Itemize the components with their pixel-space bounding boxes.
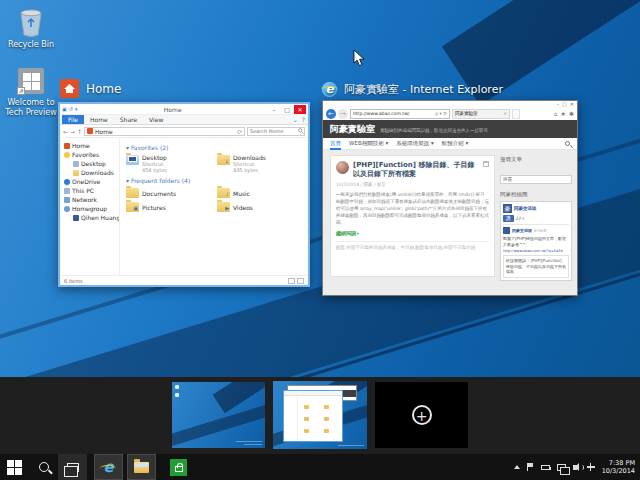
facebook-post-author[interactable]: 阿豪交流區 (512, 228, 532, 233)
recycle-bin-desktop-icon[interactable]: Recycle Bin (2, 8, 60, 50)
nav-home-link[interactable]: 首頁 (330, 138, 341, 150)
article-tags[interactable]: 刪除,移除不完整的目錄及檔案，空目錄,刪除整個目錄,移除不完整目錄 (336, 245, 489, 251)
welcome-desktop-icon[interactable]: ↗ Welcome to Tech Preview (2, 66, 60, 118)
facebook-post: 阿豪交流區 8小時前 剛寫了[PHP]移除目錄的文章，歡迎大家參考^^ http… (503, 224, 569, 278)
close-button[interactable]: ✕ (570, 102, 574, 107)
taskbar-explorer-button[interactable] (127, 454, 156, 480)
favorites-star-icon[interactable]: ★ (561, 110, 566, 117)
article-title[interactable]: [PHP][Function] 移除目錄、子目錄以及目錄下所有檔案 (353, 161, 479, 179)
task-view-button[interactable] (58, 454, 87, 480)
sidebar-search-input[interactable] (500, 175, 572, 184)
tab-close-icon[interactable]: × (503, 111, 507, 116)
minimize-button[interactable]: – (268, 105, 280, 114)
battery-icon[interactable] (541, 465, 550, 470)
ie-window-thumbnail[interactable]: – ▢ ✕ ← → http://www.abao.com.tw/ ρ ▾ ⟳ … (322, 100, 578, 296)
file-tile-desktop[interactable]: DesktopShortcut454 bytes (126, 154, 213, 173)
network-icon[interactable] (557, 464, 566, 471)
folder-tile-pictures[interactable]: ▣ Pictures (126, 201, 213, 212)
browser-tab[interactable]: 阿豪實驗室 × (452, 109, 510, 119)
computer-icon (64, 188, 70, 194)
volume-icon[interactable] (573, 465, 577, 470)
forward-icon[interactable]: → (70, 128, 75, 135)
show-hidden-icons-chevron[interactable] (514, 465, 520, 469)
internet-explorer-icon: e (103, 460, 113, 475)
up-icon[interactable]: ↑ (77, 128, 82, 135)
folder-tile-music[interactable]: ♪ Music (217, 187, 304, 198)
address-bar-row: ← → ↑ Home ⟳ (60, 125, 308, 138)
tab-share[interactable]: Share (114, 115, 143, 124)
maximize-button[interactable]: ▢ (281, 105, 293, 114)
search-box[interactable] (247, 127, 305, 136)
back-icon[interactable]: ← (63, 128, 68, 135)
taskbar-clock[interactable]: 7:38 PM 10/3/2014 (602, 459, 635, 475)
tab-file[interactable]: File (62, 115, 84, 124)
windows-logo-icon (7, 460, 22, 475)
tab-view[interactable]: View (143, 115, 169, 124)
quick-access-toolbar[interactable]: ▣↺▾ (62, 106, 77, 112)
facebook-post-avatar (503, 227, 510, 234)
site-search-icon[interactable] (565, 141, 570, 146)
nav-item-favorites[interactable]: Favorites (64, 150, 119, 159)
ribbon-tabs: File Home Share View ⌄? (60, 115, 308, 125)
shortcut-arrow-icon: ↗ (17, 87, 25, 95)
nav-item-desktop[interactable]: Desktop (64, 159, 119, 168)
address-bar[interactable]: http://www.abao.com.tw/ ρ ▾ ⟳ (350, 109, 450, 119)
maximize-button[interactable]: ▢ (562, 102, 567, 107)
facebook-page-logo: 豪 (503, 204, 512, 213)
facebook-post-quote[interactable]: 科技無限誌 – [PHP][Function] 移除目錄、子目錄以及目錄下所有檔… (503, 255, 569, 278)
back-icon[interactable]: ← (326, 109, 336, 119)
nav-software-link[interactable]: 軟體介紹 ▾ (442, 140, 469, 147)
nav-item-homegroup[interactable]: Homegroup (64, 204, 119, 213)
desktop-2-thumbnail[interactable] (273, 381, 367, 449)
search-refresh-icons[interactable]: ρ ▾ ⟳ (435, 111, 447, 116)
action-center-flag-icon[interactable] (527, 463, 534, 471)
taskbar-store-button[interactable] (164, 454, 193, 480)
ribbon-expand-icon[interactable]: ⌄ (293, 116, 298, 123)
star-icon (64, 152, 70, 158)
facebook-page-name[interactable]: 阿豪交流區 (514, 206, 537, 211)
facebook-like-count: 22+ (516, 216, 526, 221)
file-tile-downloads[interactable]: ↓ DownloadsShortcut935 bytes (217, 154, 304, 173)
facebook-post-url[interactable]: http://www.abao.com.tw/?p=5459 (503, 249, 569, 253)
homegroup-icon (64, 206, 70, 212)
nav-item-home[interactable]: Home (64, 141, 119, 150)
nav-web-link[interactable]: WEB相關技術 ▾ (349, 140, 388, 147)
nav-system-link[interactable]: 系統環境架設 ▾ (396, 140, 434, 147)
refresh-icon[interactable]: ⟳ (237, 128, 242, 135)
folder-tile-documents[interactable]: Documents (126, 187, 213, 198)
desktop-1-thumbnail[interactable] (172, 382, 265, 448)
address-bar[interactable]: Home ⟳ (84, 127, 245, 136)
input-indicator-icon[interactable] (587, 463, 595, 471)
taskbar-ie-button[interactable]: e (94, 454, 123, 480)
explorer-thumb-label[interactable]: Home (60, 79, 121, 98)
read-more-link[interactable]: 繼續閱讀» (336, 230, 489, 236)
close-button[interactable]: ✕ (294, 105, 306, 114)
nav-item-user[interactable]: Qihen Huang (64, 213, 119, 222)
minimize-button[interactable]: – (557, 102, 560, 107)
forward-icon[interactable]: → (338, 109, 348, 119)
explorer-window-thumbnail[interactable]: ▣↺▾ Home – ▢ ✕ File Home Share View ⌄? ←… (58, 102, 310, 287)
add-desktop-button[interactable]: + (375, 382, 468, 448)
nav-item-onedrive[interactable]: OneDrive (64, 177, 119, 186)
home-icon[interactable]: ⌂ (554, 110, 558, 117)
ie-navigation-bar: ← → http://www.abao.com.tw/ ρ ▾ ⟳ 阿豪實驗室 … (323, 107, 577, 120)
group-header-favorites[interactable]: ▾ Favorites (2) (126, 144, 304, 151)
nav-item-downloads[interactable]: Downloads (64, 168, 119, 177)
search-input[interactable] (248, 128, 298, 134)
search-button[interactable] (29, 454, 58, 480)
site-title[interactable]: 阿豪實驗室 (330, 120, 375, 138)
ie-thumb-label[interactable]: e 阿豪實驗室 - Internet Explorer (322, 82, 503, 97)
group-header-frequent[interactable]: ▾ Frequent folders (4) (126, 177, 304, 184)
facebook-like-button[interactable]: 讚 (503, 215, 514, 222)
nav-item-this-pc[interactable]: This PC (64, 186, 119, 195)
new-tab-button[interactable] (512, 109, 520, 119)
start-button[interactable] (0, 454, 29, 480)
tab-home[interactable]: Home (84, 115, 114, 124)
network-icon (64, 197, 70, 203)
folder-tile-videos[interactable]: ▶ Videos (217, 201, 304, 212)
thumbnail-view-icon[interactable] (297, 278, 304, 284)
help-icon[interactable]: ? (302, 116, 305, 123)
details-view-icon[interactable] (288, 278, 295, 284)
nav-item-network[interactable]: Network (64, 195, 119, 204)
settings-gear-icon[interactable]: ✱ (569, 110, 574, 117)
